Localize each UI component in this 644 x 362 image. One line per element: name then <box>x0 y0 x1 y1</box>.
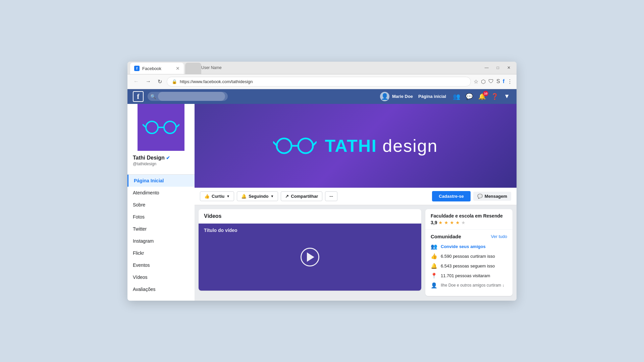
verified-badge: ✔ <box>166 155 170 161</box>
nav-item-instagram[interactable]: Instagram <box>127 235 195 247</box>
school-info: Faculdade e escola em Resende 3,9 ★ ★ ★ … <box>425 209 513 230</box>
browser-titlebar: f Facebook ✕ User Name — □ ✕ <box>127 62 517 74</box>
fb-page-avatar <box>138 104 184 151</box>
cover-brand: TATHI design <box>273 134 438 158</box>
dropdown-icon[interactable]: ▼ <box>502 92 511 101</box>
notifications-icon[interactable]: 🔔 10 <box>477 92 487 102</box>
fb-right-sidebar: Faculdade e escola em Resende 3,9 ★ ★ ★ … <box>425 209 513 296</box>
more-icon[interactable]: ⋮ <box>507 78 513 85</box>
seguindo-button[interactable]: 🔔 Seguindo ▼ <box>237 191 278 201</box>
svg-point-0 <box>146 121 158 133</box>
likes-count: 6.590 pessoas curtiram isso <box>441 254 495 259</box>
fb-left-sidebar: Tathi Design ✔ @tathidesign Página Inici… <box>127 104 195 301</box>
star-2-icon: ★ <box>444 220 448 225</box>
back-button[interactable]: ← <box>131 77 141 86</box>
more-actions-button[interactable]: ··· <box>325 191 337 201</box>
maximize-button[interactable]: □ <box>493 64 502 71</box>
nav-item-videos[interactable]: Vídeos <box>127 271 195 283</box>
fb-page-name: Tathi Design ✔ <box>127 151 195 162</box>
fb-home-link[interactable]: Página inicial <box>418 94 446 99</box>
friends-info: Ilhe Doe e outros amigos curtiram ↓ <box>441 283 504 288</box>
friends-liked-icon: 👤 <box>431 282 437 289</box>
tab-title: Facebook <box>142 66 161 71</box>
nav-item-flickr[interactable]: Flickr <box>127 247 195 259</box>
help-icon[interactable]: ❓ <box>490 92 500 102</box>
visitors-count: 11.701 pessoas visitaram <box>441 273 490 278</box>
followers-count: 6.543 pessoas seguem isso <box>441 263 495 268</box>
play-triangle-icon <box>307 252 314 262</box>
svg-point-6 <box>298 138 313 153</box>
compartilhar-button[interactable]: ↗ Compartilhar <box>281 191 322 201</box>
browser-tab-active[interactable]: f Facebook ✕ <box>130 63 184 74</box>
ver-tudo-link[interactable]: Ver tudo <box>491 234 507 239</box>
cover-brand-rest: design <box>377 136 438 156</box>
nav-item-sobre[interactable]: Sobre <box>127 199 195 211</box>
nav-item-fotos[interactable]: Fotos <box>127 211 195 223</box>
fb-action-bar: 👍 Curtiu ▼ 🔔 Seguindo ▼ ↗ Compartilhar ·… <box>195 188 517 205</box>
fb-page-handle: @tathidesign <box>127 162 195 170</box>
invite-label: Convide seus amigos <box>441 244 486 249</box>
minimize-button[interactable]: — <box>481 64 492 71</box>
nav-item-atendimento[interactable]: Atendimento <box>127 187 195 199</box>
seguindo-chevron: ▼ <box>270 194 274 198</box>
fb-nav-icons: 👥 💬 🔔 10 ❓ ▼ <box>451 92 511 102</box>
nav-item-twitter[interactable]: Twitter <box>127 223 195 235</box>
user-name: Marie Doe <box>392 94 413 99</box>
extension-2-icon[interactable]: 🛡 <box>488 78 494 84</box>
star-bookmark-icon[interactable]: ☆ <box>474 78 478 85</box>
follower-icon: 🔔 <box>431 263 437 269</box>
video-player[interactable]: Título do vídeo <box>199 224 421 291</box>
like-count-icon: 👍 <box>431 253 437 259</box>
bell-follow-icon: 🔔 <box>241 194 247 199</box>
community-header: Comunidade Ver tudo <box>431 234 507 239</box>
facebook-ext-icon[interactable]: f <box>503 78 504 84</box>
star-4-icon: ★ <box>455 220 460 225</box>
visitors-icon: 📍 <box>431 273 437 279</box>
browser-tab-inactive[interactable] <box>185 63 201 74</box>
browser-addressbar: ← → ↻ 🔒 https://www.facebook.com/tathide… <box>127 74 517 89</box>
message-icon: 💬 <box>477 194 483 199</box>
nav-item-pagina-inicial[interactable]: Página Inicial <box>127 175 195 187</box>
nav-item-avaliacoes[interactable]: Avaliações <box>127 283 195 295</box>
play-button[interactable] <box>301 248 319 266</box>
community-title: Comunidade <box>431 234 461 239</box>
community-likes-item: 👍 6.590 pessoas curtiram isso <box>431 253 507 259</box>
curtiu-chevron: ▼ <box>226 194 230 198</box>
cover-brand-text: TATHI design <box>325 136 438 156</box>
fb-search-input[interactable] <box>158 92 225 101</box>
cadastrese-button[interactable]: Cadastre-se <box>432 191 470 201</box>
fb-videos-section: Vídeos Título do vídeo <box>199 209 421 296</box>
rating-row: 3,9 ★ ★ ★ ★ ★ <box>431 220 507 225</box>
fb-profile-section: Tathi Design ✔ @tathidesign <box>127 104 195 174</box>
fb-user-profile[interactable]: 👤 Marie Doe <box>380 92 413 101</box>
friends-icon[interactable]: 👥 <box>451 92 462 102</box>
refresh-button[interactable]: ↻ <box>156 77 164 86</box>
mensagem-button[interactable]: 💬 Mensagem <box>473 192 511 201</box>
close-tab-button[interactable]: ✕ <box>176 66 180 71</box>
videos-card: Vídeos Título do vídeo <box>199 209 421 291</box>
curtiu-button[interactable]: 👍 Curtiu ▼ <box>200 191 234 201</box>
community-invite-item[interactable]: 👥 Convide seus amigos <box>431 243 507 250</box>
close-window-button[interactable]: ✕ <box>504 64 514 71</box>
fb-main-area: TATHI design 👍 Curtiu ▼ 🔔 Seguindo ▼ ↗ <box>195 104 517 301</box>
browser-window: f Facebook ✕ User Name — □ ✕ ← → ↻ 🔒 htt… <box>127 62 517 301</box>
cover-glasses-icon <box>273 134 317 158</box>
extension-icons: ☆ ⬡ 🛡 S f ⋮ <box>474 78 513 85</box>
notification-badge: 10 <box>483 91 488 96</box>
nav-item-eventos[interactable]: Eventos <box>127 259 195 271</box>
messenger-icon[interactable]: 💬 <box>464 92 474 102</box>
forward-button[interactable]: → <box>144 77 153 86</box>
school-name: Faculdade e escola em Resende <box>431 213 507 219</box>
svg-point-1 <box>164 121 176 133</box>
star-1-icon: ★ <box>438 220 443 225</box>
cover-brand-highlight: TATHI <box>325 136 377 156</box>
video-title: Título do vídeo <box>204 228 237 233</box>
extension-1-icon[interactable]: ⬡ <box>481 78 486 85</box>
star-3-icon: ★ <box>450 220 454 225</box>
fb-content-cols: Vídeos Título do vídeo <box>195 205 517 300</box>
glasses-avatar-icon <box>143 117 179 137</box>
fb-logo: f <box>133 91 144 102</box>
share-icon: ↗ <box>285 194 289 199</box>
skype-icon[interactable]: S <box>496 78 500 84</box>
address-bar[interactable]: 🔒 https://www.facebook.com/tathidesign <box>167 77 471 86</box>
